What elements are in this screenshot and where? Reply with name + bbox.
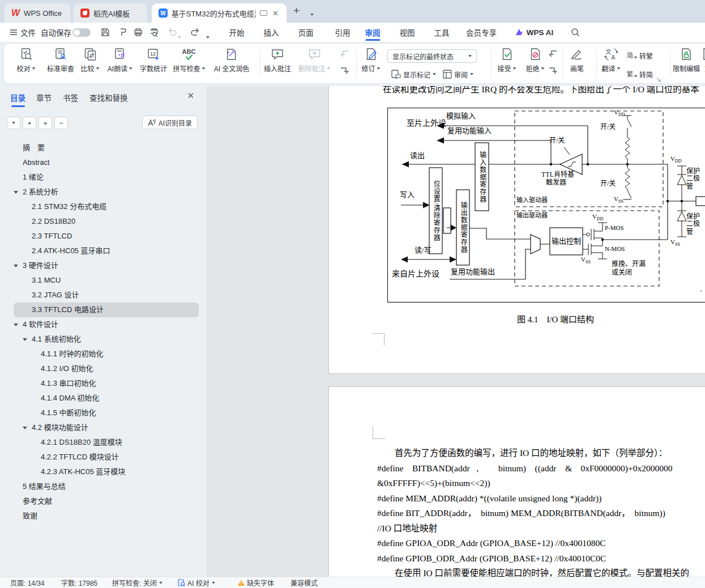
compat-mode-indicator[interactable]: 兼容模式 — [290, 577, 318, 588]
toc-item[interactable]: 致谢 — [14, 509, 199, 523]
toc-item[interactable]: 1 绪论 — [14, 170, 199, 185]
close-sidebar-icon[interactable]: ✕ — [187, 91, 194, 101]
toc-item[interactable]: 4.1.1 时钟的初始化 — [14, 347, 199, 361]
toc-item[interactable]: 4.2.2 TFTLCD 模块设计 — [14, 450, 199, 465]
ai-recognize-toc-button[interactable]: AI识别目录 — [142, 116, 198, 129]
tab-document[interactable]: W 基于STM32的分布式电缆温度 ✕ — [152, 3, 287, 23]
review-pane-button[interactable]: 审阅 — [443, 68, 473, 80]
previous-revision-button[interactable] — [546, 48, 559, 59]
toc-collapse-arrow-icon[interactable] — [23, 338, 27, 341]
toc-collapse-arrow-icon[interactable] — [14, 265, 18, 267]
toc-item[interactable]: 3.3 TFTLCD 电路设计 — [14, 302, 199, 317]
toc-item[interactable]: 4.1 系统初始化 — [14, 332, 199, 347]
autosave-toggle[interactable] — [72, 28, 91, 37]
toc-item[interactable]: Abstract — [14, 155, 199, 170]
tab-list-dropdown-icon[interactable] — [310, 8, 314, 18]
to-simplified-button[interactable]: 繁 转简 — [627, 68, 653, 80]
translate-button[interactable]: 文A 翻译 — [601, 47, 620, 73]
toc-item[interactable]: 4.1.5 中断初始化 — [14, 406, 199, 420]
compare-button[interactable]: 比较 — [80, 47, 99, 73]
menu-page[interactable]: 页面 — [298, 23, 314, 42]
proofread-button[interactable]: 校对 — [16, 47, 35, 73]
sidebar-tab-contents[interactable]: 目录 — [10, 92, 25, 103]
toc-item[interactable]: 5 结果与总结 — [14, 479, 199, 494]
toc-item[interactable]: 4.1.2 I/O 初始化 — [14, 361, 199, 376]
sidebar-tab-bookmarks[interactable]: 书签 — [63, 92, 78, 103]
accept-revision-button[interactable]: 接受 — [497, 47, 516, 73]
toc-item[interactable]: 4 软件设计 — [14, 317, 199, 332]
toc-item[interactable]: 4.1.4 DMA 初始化 — [14, 391, 199, 406]
new-tab-button[interactable]: + — [293, 5, 300, 17]
toc-zoom-out-button[interactable]: − — [54, 117, 68, 129]
document-canvas[interactable]: 在读和更改访问之间产生 IRQ 的不会发生危险。下图给出了一个 I/O 端口位的… — [208, 86, 705, 577]
print-preview-icon[interactable] — [149, 28, 159, 37]
word-count-button[interactable]: 12 字数统计 — [140, 47, 167, 73]
sidebar-tab-find-replace[interactable]: 查找和替换 — [89, 92, 128, 103]
toc-item[interactable]: 2.1 STM32 分布式电缆 — [14, 199, 199, 214]
menu-membership[interactable]: 会员专享 — [466, 23, 497, 42]
reject-revision-button[interactable]: 拒绝 — [525, 47, 544, 73]
toc-item[interactable]: 3.2 JTAG 设计 — [14, 288, 199, 302]
toc-item[interactable]: 2 系统分析 — [14, 185, 199, 199]
file-menu[interactable]: 文件 — [10, 23, 36, 42]
insert-comment-button[interactable]: 插入批注 — [264, 47, 291, 73]
group-expand-icon[interactable] — [656, 78, 661, 82]
print-icon[interactable] — [134, 28, 143, 37]
toc-item[interactable]: 4.1.3 串口初始化 — [14, 376, 199, 391]
toc-collapse-arrow-icon[interactable] — [14, 323, 18, 326]
figure-io-port-structure[interactable]: 至片上外设模拟输入复用功能输入读出写入位设置/清除寄存器输出数据寄存器输入数据寄… — [387, 108, 705, 307]
show-markup-button[interactable]: 显示标记 — [391, 68, 436, 80]
next-revision-button[interactable] — [546, 65, 559, 76]
toc-item[interactable]: 参考文献 — [14, 494, 199, 509]
toc-collapse-button[interactable] — [7, 117, 20, 129]
spell-check-button[interactable]: ABC 拼写检查 — [173, 47, 205, 73]
menu-reference[interactable]: 引用 — [335, 23, 351, 42]
toc-item[interactable]: 4.2.1 DS18B20 温度模块 — [14, 435, 199, 450]
toc-item[interactable]: 2.3 TFTLCD — [14, 229, 199, 244]
track-changes-button[interactable]: 修订 — [361, 47, 380, 73]
document-page-14[interactable]: 在读和更改访问之间产生 IRQ 的不会发生危险。下图给出了一个 I/O 端口位的… — [328, 86, 705, 374]
close-tab-icon[interactable]: ✕ — [271, 9, 280, 18]
toc-collapse-arrow-icon[interactable] — [14, 191, 18, 194]
tab-wps-office[interactable]: W WPS Office — [5, 3, 70, 23]
ai-proofread-status[interactable]: AI 校对 — [178, 577, 215, 588]
history-dropdown-icon[interactable] — [206, 31, 210, 41]
toc-item[interactable]: 2.2 DS18B20 — [14, 214, 199, 229]
menu-view[interactable]: 视图 — [400, 23, 415, 42]
search-icon[interactable] — [571, 28, 580, 37]
toc-item[interactable]: 摘 要 — [14, 140, 199, 155]
to-traditional-button[interactable]: 简 转繁 — [627, 49, 653, 62]
menu-review[interactable]: 审阅 — [365, 23, 381, 42]
missing-font-warning[interactable]: 缺失字体 — [238, 577, 274, 588]
next-comment-button[interactable] — [338, 65, 351, 76]
menu-home[interactable]: 开始 — [229, 23, 245, 42]
restrict-edit-button[interactable]: 限制编辑 — [673, 47, 700, 73]
toc-zoom-in-button[interactable]: + — [39, 117, 52, 129]
toc-item[interactable]: 2.4 ATK-HC05 蓝牙串口 — [14, 244, 199, 258]
toc-collapse-arrow-icon[interactable] — [23, 427, 27, 429]
save-icon[interactable] — [101, 28, 110, 37]
export-pdf-icon[interactable] — [118, 28, 127, 37]
document-page-15[interactable]: 首先为了方便函数的编写，进行 IO 口的地址映射，如下（列举部分）：#defin… — [328, 386, 705, 577]
word-count-indicator[interactable]: 字数: 17985 — [61, 577, 97, 588]
markup-state-select[interactable]: 显示标记的最终状态 — [387, 49, 477, 63]
toc-item[interactable]: 3.1 MCU — [14, 273, 199, 288]
toc-item[interactable]: 4.2.3 ATK-HC05 蓝牙模块 — [14, 465, 199, 479]
ai-read-aloud-button[interactable]: AI朗读 — [108, 47, 133, 73]
toc-expand-button[interactable] — [23, 117, 36, 129]
page-indicator[interactable]: 页面: 14/34 — [10, 577, 45, 588]
pen-button[interactable]: 画笔 — [570, 47, 584, 73]
menu-tools[interactable]: 工具 — [434, 23, 450, 42]
clipped-ribbon-button[interactable]: 文 — [700, 47, 705, 73]
menu-insert[interactable]: 插入 — [264, 23, 279, 42]
spell-check-status[interactable]: 拼写检查: 关闭 — [112, 577, 163, 588]
toc-item[interactable]: 3 硬件设计 — [14, 258, 199, 273]
toc-item[interactable]: 4.2 模块功能设计 — [14, 420, 199, 435]
ai-polish-button[interactable]: AI 全文润色 — [214, 47, 250, 73]
redo-icon[interactable] — [191, 28, 200, 37]
wps-ai-button[interactable]: WPS AI — [515, 23, 554, 42]
standard-review-button[interactable]: 标准审查 — [47, 47, 74, 73]
tab-docer-templates[interactable]: 稻壳AI模板 — [74, 3, 147, 23]
screen-mode-icon[interactable] — [260, 10, 267, 16]
sidebar-tab-chapters[interactable]: 章节 — [36, 92, 52, 103]
